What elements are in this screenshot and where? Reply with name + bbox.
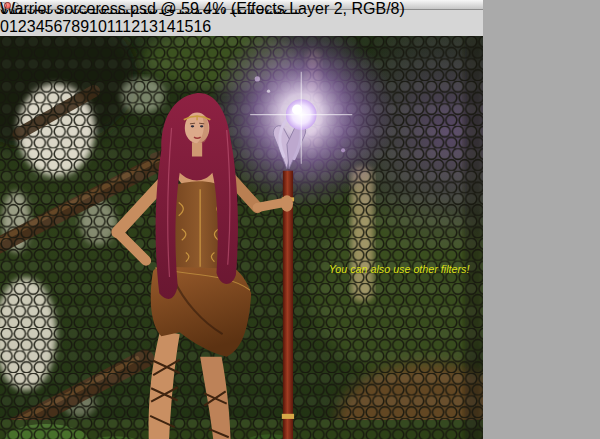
zoom-button[interactable] xyxy=(0,2,7,9)
canvas[interactable]: You can also use other filters! xyxy=(0,36,483,439)
ruler-number: 1 xyxy=(9,18,18,35)
canvas-caption: You can also use other filters! xyxy=(329,263,470,275)
screen: { "window": { "title": "Warrior sorceres… xyxy=(0,0,600,439)
ruler-number: 9 xyxy=(80,18,89,35)
ruler-number: 10 xyxy=(89,18,107,35)
ruler-number: 6 xyxy=(53,18,62,35)
vertical-ruler: 012345678910111213141516 xyxy=(0,18,483,36)
ruler-number: 7 xyxy=(62,18,71,35)
minimize-button[interactable] xyxy=(12,2,19,9)
ruler-number: 13 xyxy=(140,18,158,35)
ruler-number: 8 xyxy=(71,18,80,35)
ruler-number: 12 xyxy=(122,18,140,35)
ruler-number: 4 xyxy=(36,18,45,35)
ruler-number: 16 xyxy=(193,18,211,35)
window-title: Warrior sorceress.psd @ 59.4% (Effects L… xyxy=(0,0,483,18)
ruler-number: 11 xyxy=(107,18,122,35)
ruler-number: 3 xyxy=(27,18,36,35)
document-window: Warrior sorceress.psd @ 59.4% (Effects L… xyxy=(0,0,483,439)
title-bar[interactable]: Warrior sorceress.psd @ 59.4% (Effects L… xyxy=(0,0,483,10)
ruler-number: 0 xyxy=(0,18,9,35)
ruler-number: 15 xyxy=(176,18,194,35)
ruler-number: 2 xyxy=(18,18,27,35)
ruler-number: 14 xyxy=(158,18,176,35)
